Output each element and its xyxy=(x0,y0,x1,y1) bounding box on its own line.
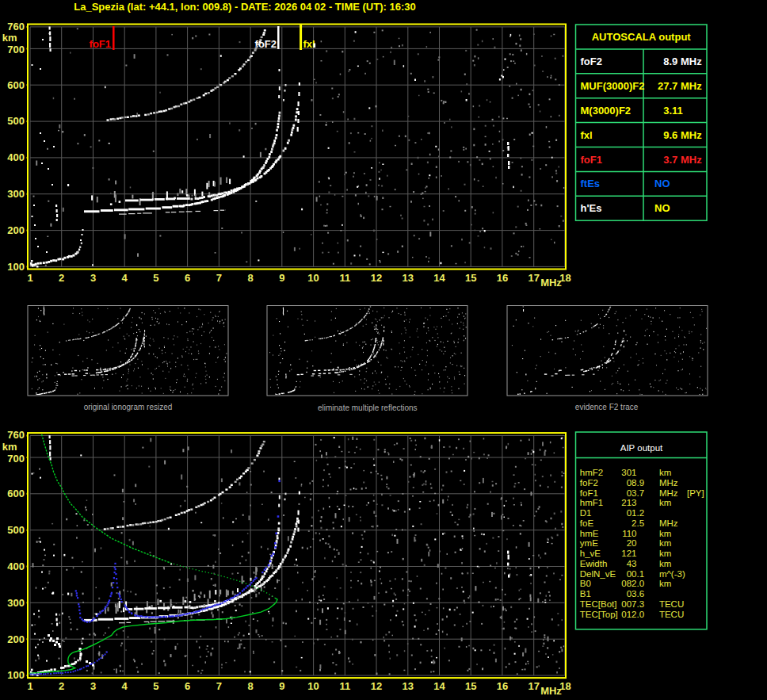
svg-text:AUTOSCALA output: AUTOSCALA output xyxy=(592,31,692,43)
svg-text:.7 MHz: .7 MHz xyxy=(670,80,703,92)
svg-text:hmE: hmE xyxy=(580,529,599,538)
svg-text:h'Es: h'Es xyxy=(581,202,602,214)
svg-text:12: 12 xyxy=(371,680,382,692)
svg-text:TECU: TECU xyxy=(659,599,684,609)
svg-text:400: 400 xyxy=(7,560,25,572)
svg-text:600: 600 xyxy=(7,79,25,91)
svg-text:km: km xyxy=(659,549,671,558)
svg-text:121: 121 xyxy=(621,549,636,558)
svg-text:2: 2 xyxy=(59,272,64,284)
svg-text:760: 760 xyxy=(7,429,25,441)
svg-text:13: 13 xyxy=(403,680,414,692)
svg-text:100: 100 xyxy=(7,669,25,681)
svg-text:ftEs: ftEs xyxy=(581,178,601,189)
svg-text:MUF(3000)F2: MUF(3000)F2 xyxy=(581,80,645,92)
svg-text:foF1: foF1 xyxy=(580,488,598,498)
svg-text:fxl: fxl xyxy=(303,38,315,50)
svg-text:01: 01 xyxy=(627,508,637,518)
svg-text:3: 3 xyxy=(663,154,669,166)
svg-text:.2: .2 xyxy=(637,508,645,518)
svg-text:foE: foE xyxy=(580,518,594,528)
svg-text:100: 100 xyxy=(7,261,25,273)
svg-text:h_vE: h_vE xyxy=(580,549,601,558)
svg-text:13: 13 xyxy=(403,272,414,284)
svg-text:20: 20 xyxy=(627,538,637,548)
svg-text:.1: .1 xyxy=(637,569,645,579)
svg-text:B0: B0 xyxy=(580,579,591,588)
svg-text:110: 110 xyxy=(622,529,636,538)
svg-text:11: 11 xyxy=(339,272,350,284)
svg-text:4: 4 xyxy=(122,680,128,692)
svg-text:4: 4 xyxy=(122,272,128,284)
svg-text:M(3000)F2: M(3000)F2 xyxy=(581,105,632,117)
svg-text:TEC[Top]: TEC[Top] xyxy=(580,610,618,619)
svg-text:B1: B1 xyxy=(580,589,591,599)
svg-text:15: 15 xyxy=(465,272,476,284)
svg-text:10: 10 xyxy=(307,680,319,692)
svg-text:La_Spezia (lat: +44.1, lon: 00: La_Spezia (lat: +44.1, lon: 009.8) - DAT… xyxy=(74,1,415,13)
svg-text:2: 2 xyxy=(59,680,64,692)
svg-text:8: 8 xyxy=(247,272,253,284)
svg-text:MHz: MHz xyxy=(659,488,678,498)
svg-text:evidence F2 trace: evidence F2 trace xyxy=(575,403,639,411)
svg-text:ymE: ymE xyxy=(580,538,598,548)
svg-text:27: 27 xyxy=(658,80,669,92)
svg-text:9: 9 xyxy=(663,129,669,141)
svg-text:km: km xyxy=(2,441,17,453)
svg-text:AIP output: AIP output xyxy=(620,443,663,453)
svg-text:300: 300 xyxy=(7,597,25,609)
svg-text:14: 14 xyxy=(433,680,445,692)
svg-text:foF1: foF1 xyxy=(90,38,111,50)
svg-text:9: 9 xyxy=(279,272,284,284)
svg-text:.0: .0 xyxy=(637,579,645,588)
svg-text:.6: .6 xyxy=(637,589,645,599)
svg-text:MHz: MHz xyxy=(540,685,562,697)
svg-text:MHz: MHz xyxy=(659,518,678,528)
svg-text:6: 6 xyxy=(185,272,190,284)
svg-text:original ionogram resized: original ionogram resized xyxy=(84,403,173,411)
svg-text:.11: .11 xyxy=(670,105,683,117)
svg-text:9: 9 xyxy=(279,680,284,692)
svg-text:1: 1 xyxy=(27,272,32,284)
svg-text:301: 301 xyxy=(621,468,636,477)
svg-text:hmF1: hmF1 xyxy=(580,498,603,507)
svg-text:700: 700 xyxy=(7,44,25,55)
svg-text:213: 213 xyxy=(621,498,636,507)
svg-text:12: 12 xyxy=(371,272,382,284)
svg-text:00: 00 xyxy=(627,569,637,579)
svg-text:MHz: MHz xyxy=(540,277,562,289)
svg-text:16: 16 xyxy=(497,680,508,692)
svg-text:03: 03 xyxy=(627,589,637,599)
svg-text:MHz: MHz xyxy=(659,478,678,488)
svg-text:600: 600 xyxy=(7,488,25,499)
svg-text:200: 200 xyxy=(7,633,25,645)
svg-text:.3: .3 xyxy=(637,599,645,609)
svg-text:760: 760 xyxy=(7,21,25,33)
svg-text:km: km xyxy=(2,32,17,44)
svg-text:m^(-3): m^(-3) xyxy=(659,569,685,579)
svg-text:700: 700 xyxy=(7,453,25,465)
svg-text:.5: .5 xyxy=(637,518,645,528)
svg-text:3: 3 xyxy=(90,272,96,284)
svg-text:NO: NO xyxy=(654,202,670,214)
svg-text:17: 17 xyxy=(528,272,539,284)
svg-text:fxl: fxl xyxy=(581,129,593,141)
svg-text:km: km xyxy=(659,498,671,507)
svg-text:1: 1 xyxy=(27,680,32,692)
svg-text:8: 8 xyxy=(663,55,669,67)
svg-text:012: 012 xyxy=(621,610,636,619)
svg-text:km: km xyxy=(659,538,671,548)
svg-text:11: 11 xyxy=(339,680,350,692)
svg-text:5: 5 xyxy=(153,272,158,284)
svg-text:TECU: TECU xyxy=(659,610,684,619)
svg-text:500: 500 xyxy=(7,115,25,127)
svg-text:082: 082 xyxy=(621,579,636,588)
svg-text:300: 300 xyxy=(7,188,25,200)
svg-text:5: 5 xyxy=(153,680,158,692)
svg-text:16: 16 xyxy=(497,272,508,284)
svg-text:400: 400 xyxy=(7,151,25,163)
svg-text:17: 17 xyxy=(528,680,539,692)
svg-text:.9 MHz: .9 MHz xyxy=(670,55,703,67)
svg-text:500: 500 xyxy=(7,524,25,536)
svg-text:3: 3 xyxy=(663,105,669,117)
